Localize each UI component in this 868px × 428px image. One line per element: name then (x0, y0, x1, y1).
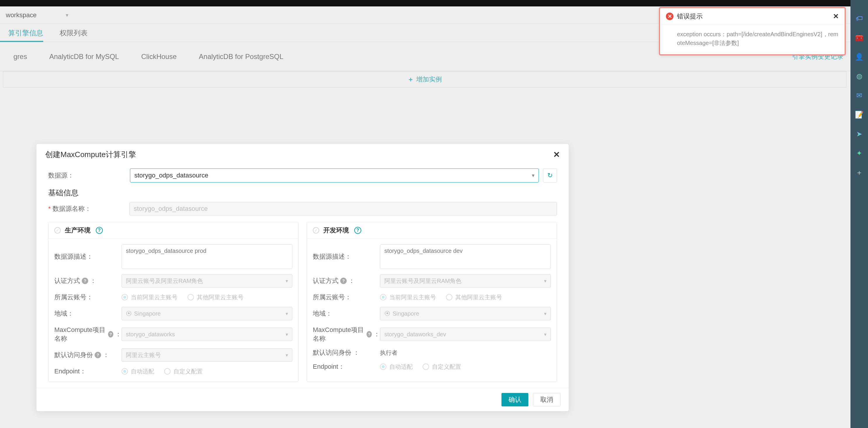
chevron-down-icon: ▾ (286, 352, 288, 358)
rail-tag-icon[interactable]: 🏷 (855, 14, 864, 23)
workspace-selected: workspace (6, 11, 36, 19)
dev-endpoint-custom-radio[interactable]: 自定义配置 (423, 363, 461, 371)
datasource-name-input[interactable] (129, 202, 557, 216)
tab-permission-list-label: 权限列表 (60, 28, 88, 38)
dev-identity-static: 执行者 (380, 349, 551, 357)
dev-env-head: ✓ 开发环境 ? (307, 222, 557, 238)
tab-permission-list[interactable]: 权限列表 (52, 24, 96, 42)
dev-region-select[interactable]: ⦿Singapore▾ (380, 307, 551, 320)
engine-tab-adb-mysql[interactable]: AnalyticDB for MySQL (38, 53, 130, 61)
prod-endpoint-radio-group: 自动适配 自定义配置 (122, 368, 292, 375)
prod-project-select[interactable]: storygo_dataworks▾ (122, 328, 292, 341)
modal-footer: 确认 取消 (36, 388, 569, 411)
rail-mail-icon[interactable]: ✉ (855, 91, 864, 100)
prod-identity-select[interactable]: 阿里云主账号▾ (122, 348, 292, 362)
prod-identity-row: 默认访问身份 ?： 阿里云主账号▾ (54, 348, 292, 362)
region-label: 地域： (313, 309, 380, 318)
project-label: MaxCompute项目名称 ?： (313, 326, 380, 343)
dev-desc-row: 数据源描述： (313, 244, 551, 269)
prod-endpoint-auto-radio[interactable]: 自动适配 (122, 368, 154, 375)
tab-engine-info[interactable]: 算引擎信息 (0, 24, 52, 42)
dev-region-row: 地域： ⦿Singapore▾ (313, 307, 551, 320)
modal-close-button[interactable]: ✕ (553, 150, 560, 159)
rail-star-icon[interactable]: ✦ (855, 149, 864, 158)
chevron-down-icon: ▾ (544, 311, 547, 317)
prod-endpoint-custom-radio[interactable]: 自定义配置 (164, 368, 203, 375)
create-engine-modal: 创建MaxCompute计算引擎 ✕ 数据源： storygo_odps_dat… (36, 144, 569, 411)
rail-send-icon[interactable]: ➤ (855, 130, 864, 138)
basic-info-title: 基础信息 (48, 188, 557, 198)
dev-endpoint-auto-radio[interactable]: 自动适配 (380, 363, 413, 371)
name-label: *数据源名称： (48, 204, 129, 213)
rail-toolbox-icon[interactable]: 🧰 (855, 33, 864, 42)
check-icon: ✓ (54, 227, 61, 234)
add-instance-button[interactable]: ＋ 增加实例 (3, 71, 846, 88)
auth-label: 认证方式?： (54, 276, 122, 285)
prod-env-title: 生产环境 (65, 226, 91, 235)
prod-region-row: 地域： ⦿Singapore▾ (54, 307, 292, 320)
dev-project-row: MaxCompute项目名称 ?： storygo_dataworks_dev▾ (313, 326, 551, 343)
rail-user-icon[interactable]: 👤 (855, 53, 864, 61)
prod-account-radio-group: 当前阿里云主账号 其他阿里云主账号 (122, 293, 292, 301)
dev-desc-textarea[interactable] (380, 244, 551, 269)
endpoint-label: Endpoint： (54, 367, 122, 376)
help-icon[interactable]: ? (82, 278, 88, 284)
prod-env-body: 数据源描述： 认证方式?： 阿里云账号及阿里云RAM角色▾ 所属云账号： 当前阿… (49, 238, 298, 382)
location-icon: ⦿ (126, 310, 132, 317)
help-icon[interactable]: ? (96, 227, 103, 234)
dev-account-current-radio[interactable]: 当前阿里云主账号 (380, 293, 436, 301)
modal-header: 创建MaxCompute计算引擎 ✕ (36, 144, 569, 165)
toast-close-button[interactable]: ✕ (833, 12, 839, 21)
prod-auth-select[interactable]: 阿里云账号及阿里云RAM角色▾ (122, 274, 292, 288)
dev-auth-select[interactable]: 阿里云账号及阿里云RAM角色▾ (380, 274, 551, 288)
rail-edit-icon[interactable]: 📝 (855, 110, 864, 119)
help-icon[interactable]: ? (108, 331, 113, 337)
help-icon[interactable]: ? (95, 352, 101, 358)
dev-project-select[interactable]: storygo_dataworks_dev▾ (380, 328, 551, 341)
prod-account-other-radio[interactable]: 其他阿里云主账号 (187, 293, 244, 301)
refresh-icon: ↻ (547, 172, 553, 179)
toast-title: 错误提示 (677, 12, 830, 21)
dev-account-radio-group: 当前阿里云主账号 其他阿里云主账号 (380, 293, 551, 301)
help-icon[interactable]: ? (367, 331, 372, 337)
prod-desc-row: 数据源描述： (54, 244, 292, 269)
rail-globe-icon[interactable]: ◍ (855, 72, 864, 80)
chevron-down-icon: ▾ (532, 172, 534, 179)
chevron-down-icon: ▾ (286, 332, 288, 337)
prod-account-current-radio[interactable]: 当前阿里云主账号 (122, 293, 178, 301)
engine-tab-adb-pg[interactable]: AnalyticDB for PostgreSQL (188, 53, 294, 61)
chevron-down-icon: ▾ (544, 278, 547, 284)
prod-account-row: 所属云账号： 当前阿里云主账号 其他阿里云主账号 (54, 293, 292, 302)
datasource-select[interactable]: storygo_odps_datasource ▾ (130, 168, 539, 183)
prod-env-panel: ✓ 生产环境 ? 数据源描述： 认证方式?： 阿里云账号及阿里云RAM角色▾ 所… (48, 222, 299, 382)
datasource-refresh-button[interactable]: ↻ (543, 168, 557, 183)
identity-label: 默认访问身份 ?： (54, 351, 122, 359)
dev-account-other-radio[interactable]: 其他阿里云主账号 (446, 293, 502, 301)
chevron-down-icon: ▾ (286, 278, 288, 284)
required-star: * (48, 205, 51, 212)
help-icon[interactable]: ? (354, 227, 361, 234)
identity-label: 默认访问身份： (313, 348, 380, 357)
prod-auth-row: 认证方式?： 阿里云账号及阿里云RAM角色▾ (54, 274, 292, 288)
prod-region-select[interactable]: ⦿Singapore▾ (122, 307, 292, 320)
dev-env-panel: ✓ 开发环境 ? 数据源描述： 认证方式?： 阿里云账号及阿里云RAM角色▾ 所… (307, 222, 557, 382)
dev-account-row: 所属云账号： 当前阿里云主账号 其他阿里云主账号 (313, 293, 551, 302)
account-label: 所属云账号： (54, 293, 122, 302)
name-row: *数据源名称： (48, 202, 557, 216)
add-instance-label: 增加实例 (416, 75, 442, 84)
cancel-button[interactable]: 取消 (533, 393, 560, 406)
datasource-label: 数据源： (48, 171, 130, 180)
title-bar (0, 0, 868, 6)
region-label: 地域： (54, 309, 122, 318)
rail-add-icon[interactable]: ＋ (855, 168, 864, 177)
engine-tab-clickhouse[interactable]: ClickHouse (130, 53, 187, 61)
prod-project-row: MaxCompute项目名称 ?： storygo_dataworks▾ (54, 326, 292, 343)
help-icon[interactable]: ? (340, 278, 347, 284)
chevron-down-icon: ▾ (286, 311, 288, 317)
engine-tab-gres[interactable]: gres (2, 53, 38, 61)
workspace-select[interactable]: workspace ▾ (2, 10, 72, 21)
prod-desc-textarea[interactable] (122, 244, 292, 269)
confirm-button[interactable]: 确认 (501, 393, 528, 406)
env-grid: ✓ 生产环境 ? 数据源描述： 认证方式?： 阿里云账号及阿里云RAM角色▾ 所… (48, 222, 557, 382)
dev-env-title: 开发环境 (323, 226, 349, 235)
